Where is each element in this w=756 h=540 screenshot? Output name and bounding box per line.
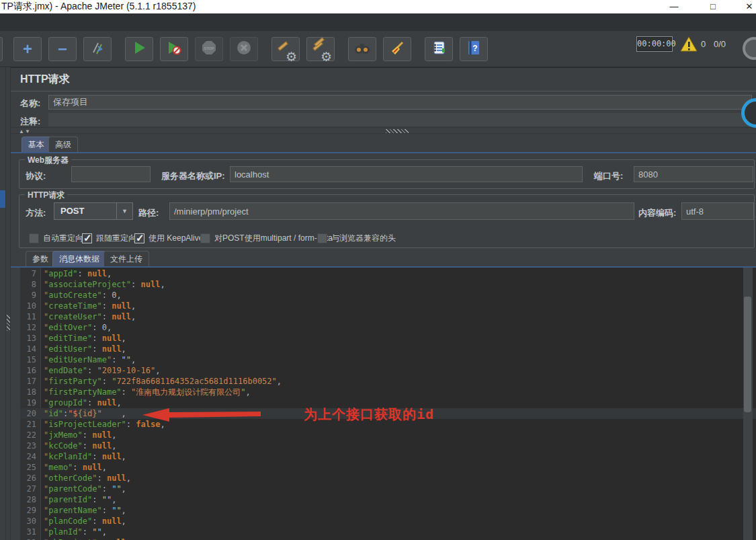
line-number: 8 [20,279,36,290]
stop-button: STOP [195,37,223,61]
tab-body-3[interactable]: 文件上传 [103,251,149,266]
encoding-input[interactable] [681,202,754,220]
templates-button[interactable] [83,37,112,61]
code-text: "associateProject": null, [44,279,165,290]
option-checkbox-4[interactable]: 对POST使用multipart / form-data [200,233,333,244]
clear-button[interactable]: ⚙ [271,37,300,61]
start-button[interactable] [125,37,153,61]
broom-icon [389,40,405,59]
option-checkbox-3[interactable]: 使用 KeepAlive [134,233,203,244]
window-title: TP请求.jmx) - Apache JMeter (5.1.1 r185513… [1,1,196,13]
code-line-16[interactable]: 16"endDate": "2019-10-16", [20,365,756,376]
code-text: "id":"${id}" , [44,408,126,419]
code-line-15[interactable]: 15"editUserName": "", [20,354,756,365]
port-label: 端口号: [594,170,623,182]
code-line-10[interactable]: 10"createTime": null, [20,301,756,311]
annotation-arrow [141,407,262,423]
minimize-button[interactable]: — [664,0,684,13]
vertical-splitter[interactable] [5,67,11,540]
horizontal-splitter[interactable]: ▲▼ [11,127,756,134]
code-line-18[interactable]: 18"firstPartyName": "淮南电力规划设计院有限公司", [20,387,756,397]
window-titlebar: TP请求.jmx) - Apache JMeter (5.1.1 r185513… [0,0,756,13]
code-line-27[interactable]: 27"parentCode": "", [20,484,756,494]
remove-button[interactable]: − [48,37,77,61]
code-line-30[interactable]: 30"planCode": null, [20,516,756,527]
option-checkbox-2[interactable]: 跟随重定向 [82,233,136,244]
plus-icon: + [23,41,32,57]
splitter-grip[interactable] [7,315,10,331]
code-text: "firstParty": "722f8a6681164352ac5681d11… [44,376,282,387]
code-line-28[interactable]: 28"parentId": "", [20,494,756,505]
play-no-pause-icon [166,40,182,59]
function-helper-button[interactable] [425,37,453,61]
maximize-button[interactable]: □ [703,0,723,13]
option-checkbox-1[interactable]: 自动重定向 [29,233,83,244]
stop-icon: STOP [201,40,217,59]
new-button[interactable]: + [13,37,42,61]
partial-button[interactable] [0,37,3,61]
line-number: 28 [20,494,36,505]
checkbox-icon[interactable] [82,233,92,243]
protocol-input[interactable] [71,166,151,182]
tab-body-2[interactable]: 消息体数据 [52,251,106,266]
checkbox-icon[interactable] [134,233,144,243]
method-value: POST [54,203,116,219]
code-line-7[interactable]: 7"appId": null, [20,268,756,279]
chevron-down-icon[interactable]: ▼ [116,203,132,219]
pencils-icon [89,40,106,59]
method-select[interactable]: POST ▼ [54,202,133,220]
tab-main-2[interactable]: 高级 [48,137,78,152]
scrollbar-thumb[interactable] [744,297,751,412]
line-number: 14 [20,344,36,354]
start-no-pauses-button[interactable] [160,37,188,61]
code-line-23[interactable]: 23"kcCode": null, [20,440,756,451]
path-input[interactable] [169,202,634,220]
editor-scrollbar[interactable] [743,268,753,540]
selected-tree-node[interactable] [0,190,5,208]
body-data-editor[interactable]: 7"appId": null,8"associateProject": null… [20,268,756,540]
option-checkbox-5[interactable]: 与浏览器兼容的头 [317,233,396,244]
help-button[interactable]: ? [460,37,488,61]
port-input[interactable] [634,166,753,182]
line-number: 31 [20,527,36,537]
checkbox-icon[interactable] [29,233,39,243]
code-line-8[interactable]: 8"associateProject": null, [20,279,756,290]
line-number: 10 [20,301,36,311]
code-line-22[interactable]: 22"jxMemo": null, [20,430,756,440]
line-number: 18 [20,387,36,397]
code-line-14[interactable]: 14"editUser": null, [20,344,756,354]
server-input[interactable] [230,166,583,182]
svg-text:?: ? [472,44,477,53]
tab-main-1[interactable]: 基本 [22,137,51,152]
http-request-legend: HTTP请求 [25,190,67,201]
code-line-24[interactable]: 24"kcPlanId": null, [20,451,756,462]
http-request-panel: HTTP请求 名称: 注释: ▲▼ 基本高级 Web服务器 协议: 服务器名称或… [11,67,756,540]
warning-icon[interactable] [680,36,698,52]
collapse-expand-arrows[interactable]: ▲▼ [19,128,31,134]
code-line-13[interactable]: 13"editTime": null, [20,333,756,344]
code-line-31[interactable]: 31"planId": "", [20,527,756,537]
splitter-grip[interactable] [386,129,409,133]
clear-all-button[interactable]: ⚙ [306,37,335,61]
search-button[interactable] [348,37,376,61]
help-book-icon: ? [466,40,482,59]
tab-body-1[interactable]: 参数 [26,251,55,266]
path-label: 路径: [138,207,159,219]
checkbox-icon[interactable] [317,233,327,243]
code-line-11[interactable]: 11"createUser": null, [20,311,756,322]
name-input[interactable] [48,95,752,110]
code-line-9[interactable]: 9"autoCreate": 0, [20,290,756,301]
checkbox-icon[interactable] [200,233,210,243]
code-line-26[interactable]: 26"otherCode": null, [20,473,756,484]
close-button[interactable]: ✕ [739,0,756,13]
code-line-12[interactable]: 12"editOver": 0, [20,322,756,333]
code-line-25[interactable]: 25"memo": null, [20,462,756,473]
comment-input[interactable] [48,113,752,126]
code-line-17[interactable]: 17"firstParty": "722f8a6681164352ac5681d… [20,376,756,387]
code-text: "jxMemo": null, [44,430,116,440]
code-line-29[interactable]: 29"parentName": "", [20,505,756,516]
clean-button[interactable] [383,37,411,61]
code-line-32[interactable]: 32"sbProject": null, [20,537,756,540]
tree-panel-sliver[interactable] [0,67,5,540]
protocol-label: 协议: [26,170,46,182]
